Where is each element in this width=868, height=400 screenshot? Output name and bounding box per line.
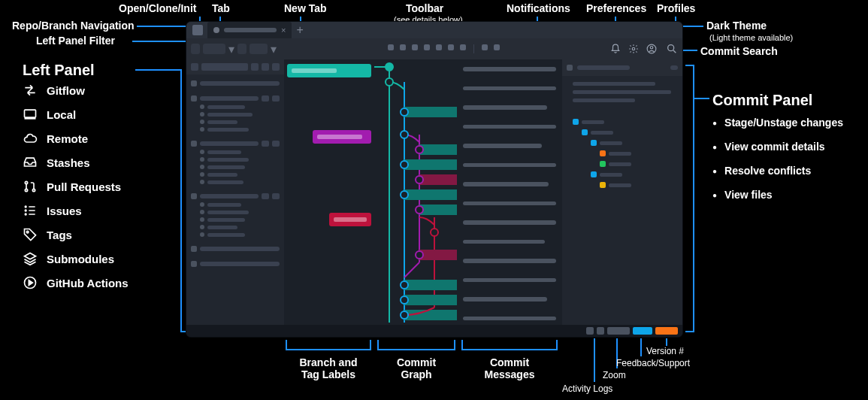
toolbar-button[interactable] xyxy=(494,44,500,50)
toolbar-button[interactable] xyxy=(448,44,454,50)
play-circle-icon xyxy=(23,275,38,290)
version-badge[interactable] xyxy=(655,327,678,335)
layers-icon xyxy=(23,251,38,266)
lp-section-head[interactable] xyxy=(191,80,280,86)
file-tree-row[interactable] xyxy=(600,150,676,156)
activity-log-button[interactable] xyxy=(586,327,594,335)
cp-item: View files xyxy=(712,189,843,201)
user-icon[interactable] xyxy=(646,44,657,54)
lp-item[interactable] xyxy=(200,217,280,222)
commit-message-row[interactable] xyxy=(463,67,556,71)
commit-message-row[interactable] xyxy=(463,125,556,129)
commit-message-row[interactable] xyxy=(463,297,547,302)
toolbar-button[interactable] xyxy=(460,44,466,50)
ann-repo-branch: Repo/Branch Navigation xyxy=(12,20,135,32)
commit-message-row[interactable] xyxy=(463,144,542,148)
legend-label: Issues xyxy=(47,205,82,217)
legend-label: Submodules xyxy=(47,253,114,265)
left-panel-filter[interactable] xyxy=(186,59,284,74)
ann-left-panel-heading: Left Panel xyxy=(23,62,95,79)
commit-message-row[interactable] xyxy=(463,182,549,186)
toolbar-button[interactable] xyxy=(388,44,394,50)
commit-message-row[interactable] xyxy=(463,202,556,206)
branch-label[interactable] xyxy=(329,213,371,226)
commit-message-row[interactable] xyxy=(463,259,556,263)
svg-point-13 xyxy=(386,63,393,71)
lp-section-head[interactable] xyxy=(191,141,280,147)
lp-item[interactable] xyxy=(200,180,280,184)
svg-point-25 xyxy=(401,296,408,304)
lp-section-head[interactable] xyxy=(191,193,280,199)
ann-tab: Tab xyxy=(212,2,230,14)
commit-message-row[interactable] xyxy=(463,220,556,225)
lp-item[interactable] xyxy=(200,150,280,154)
file-tree-row[interactable] xyxy=(600,182,676,188)
legend-gitflow: Gitflow xyxy=(23,83,129,98)
toolbar-button[interactable] xyxy=(424,44,430,50)
commit-message-row[interactable] xyxy=(463,163,556,168)
file-tree-row[interactable] xyxy=(591,171,676,177)
commit-summary-line xyxy=(573,82,655,86)
svg-point-3 xyxy=(32,189,35,191)
lp-section-head[interactable] xyxy=(191,261,280,267)
lp-item[interactable] xyxy=(200,172,280,177)
toolbar-button[interactable] xyxy=(482,44,488,50)
toolbar-button[interactable] xyxy=(436,44,442,50)
commit-message-row[interactable] xyxy=(463,278,556,283)
feedback-button[interactable] xyxy=(633,327,652,335)
search-icon[interactable] xyxy=(666,43,678,55)
commit-message-row[interactable] xyxy=(463,105,547,110)
commit-message-row[interactable] xyxy=(463,317,556,321)
repo-tab-label xyxy=(224,28,277,32)
lp-item[interactable] xyxy=(200,225,280,229)
ann-dark-theme: Dark Theme xyxy=(706,20,767,32)
commit-message-row[interactable] xyxy=(463,86,556,91)
branch-label[interactable] xyxy=(313,130,371,144)
bracket-commit-panel xyxy=(685,65,694,332)
lp-item[interactable] xyxy=(200,202,280,207)
leader xyxy=(640,338,642,356)
commit-graph-svg xyxy=(374,59,457,330)
toolbar-button[interactable] xyxy=(412,44,418,50)
lp-section-head[interactable] xyxy=(191,246,280,252)
lp-item[interactable] xyxy=(200,157,280,162)
zoom-control[interactable] xyxy=(607,327,630,335)
legend-submodules: Submodules xyxy=(23,251,129,266)
ann-open-clone-init: Open/Clone/Init xyxy=(119,2,196,14)
close-tab-icon[interactable]: × xyxy=(281,26,286,35)
svg-point-22 xyxy=(431,229,438,236)
activity-log-button[interactable] xyxy=(597,327,604,335)
bell-icon[interactable] xyxy=(610,44,621,54)
repo-branch-nav[interactable]: ▾ ▾ xyxy=(191,42,277,56)
inbox-icon xyxy=(23,155,38,170)
ann-branch-tag: Branch and Tag Labels xyxy=(272,356,385,380)
lp-item[interactable] xyxy=(200,120,280,124)
commit-message-row[interactable] xyxy=(463,240,545,244)
lp-item[interactable] xyxy=(200,127,280,132)
titlebar: × + xyxy=(186,22,682,38)
repo-tab[interactable]: × xyxy=(207,22,292,38)
file-tree-row[interactable] xyxy=(573,119,676,125)
toolbar: ▾ ▾ xyxy=(186,38,682,59)
new-tab-button[interactable]: + xyxy=(296,25,303,35)
toolbar-button[interactable] xyxy=(400,44,406,50)
open-repo-button[interactable] xyxy=(192,25,203,35)
gear-icon[interactable] xyxy=(628,44,639,54)
leader xyxy=(135,69,180,71)
ann-feedback: Feedback/Support xyxy=(616,358,690,368)
lp-item[interactable] xyxy=(200,165,280,169)
lp-section-head[interactable] xyxy=(191,95,280,102)
svg-point-7 xyxy=(26,231,29,233)
lp-item[interactable] xyxy=(200,232,280,237)
lp-item[interactable] xyxy=(200,112,280,117)
leader xyxy=(594,338,595,382)
file-tree-row[interactable] xyxy=(582,129,676,135)
lp-item[interactable] xyxy=(200,105,280,109)
svg-point-1 xyxy=(25,181,27,183)
svg-point-12 xyxy=(668,45,674,51)
branch-label[interactable] xyxy=(287,64,371,77)
lp-item[interactable] xyxy=(200,210,280,214)
svg-point-23 xyxy=(416,251,423,259)
file-tree-row[interactable] xyxy=(591,140,676,146)
file-tree-row[interactable] xyxy=(600,161,676,167)
